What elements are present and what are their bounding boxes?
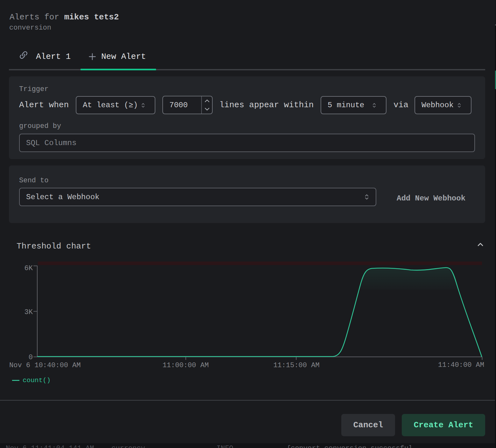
svg-text:11:15:00 AM: 11:15:00 AM bbox=[273, 361, 319, 369]
svg-text:11:40:00 AM: 11:40:00 AM bbox=[438, 361, 484, 369]
svg-text:6K: 6K bbox=[25, 264, 33, 272]
svg-text:Nov 6 10:40:00 AM: Nov 6 10:40:00 AM bbox=[9, 361, 81, 369]
svg-text:0: 0 bbox=[29, 354, 33, 361]
svg-text:3K: 3K bbox=[25, 308, 33, 316]
svg-text:11:00:00 AM: 11:00:00 AM bbox=[162, 361, 209, 369]
